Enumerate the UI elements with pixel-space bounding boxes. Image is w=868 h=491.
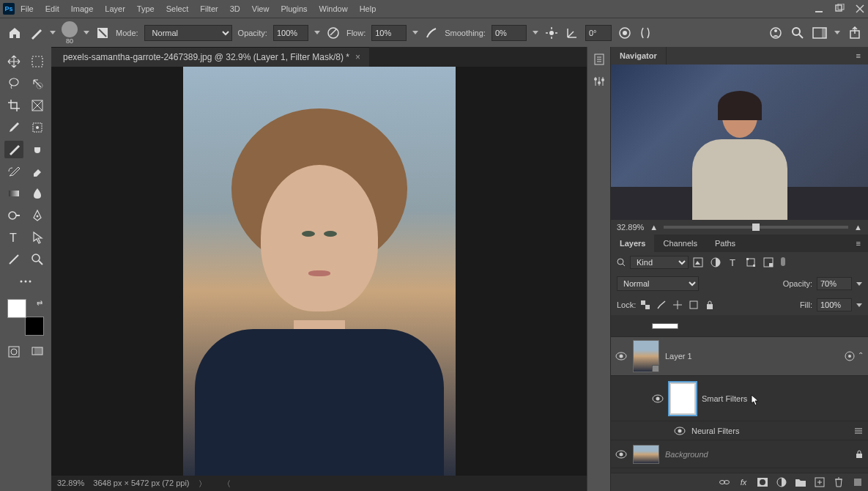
menu-view[interactable]: View — [252, 4, 270, 13]
layer-style-icon[interactable]: fx — [738, 476, 749, 488]
menu-3d[interactable]: 3D — [230, 4, 240, 13]
filter-smart-icon[interactable] — [763, 257, 774, 267]
layer-mask-icon[interactable] — [757, 476, 768, 488]
navigator-preview[interactable] — [611, 64, 868, 220]
workspace-button[interactable] — [812, 26, 827, 40]
maximize-icon[interactable] — [834, 4, 845, 14]
chevron-down-icon[interactable] — [314, 31, 320, 34]
frame-tool[interactable] — [28, 97, 47, 114]
blur-tool[interactable] — [28, 185, 47, 202]
lock-artboard-icon[interactable] — [689, 300, 699, 310]
filter-shape-icon[interactable] — [746, 257, 756, 267]
gradient-tool[interactable] — [4, 185, 23, 202]
color-swatches[interactable]: ⇄ — [7, 299, 44, 336]
lasso-tool[interactable] — [4, 75, 23, 92]
close-icon[interactable]: × — [355, 52, 360, 62]
zoom-tool[interactable] — [28, 251, 47, 268]
quick-select-tool[interactable] — [28, 75, 47, 92]
filter-adjustment-icon[interactable] — [711, 257, 721, 267]
lock-image-icon[interactable] — [656, 300, 667, 310]
visibility-eye-icon[interactable] — [674, 425, 686, 437]
chevron-down-icon[interactable] — [533, 31, 538, 34]
pressure-opacity-button[interactable] — [326, 26, 341, 40]
clone-stamp-tool[interactable] — [28, 141, 47, 158]
chevron-down-icon[interactable] — [856, 303, 862, 307]
pen-tool[interactable] — [28, 207, 47, 224]
tab-channels[interactable]: Channels — [654, 235, 705, 252]
zoom-slider[interactable] — [664, 226, 848, 229]
collapse-icon[interactable]: ⌃ — [858, 351, 864, 361]
chevron-down-icon[interactable] — [412, 31, 418, 34]
canvas-viewport[interactable] — [51, 67, 587, 476]
document-tab[interactable]: pexels-samantha-garrote-2467389.jpg @ 32… — [51, 47, 369, 67]
layer-row-smart-filters[interactable]: Smart Filters — [611, 376, 868, 421]
adjustment-layer-icon[interactable] — [776, 476, 787, 488]
menu-edit[interactable]: Edit — [45, 4, 59, 13]
panel-resize-icon[interactable] — [852, 476, 864, 488]
menu-type[interactable]: Type — [137, 4, 155, 13]
blend-mode-select[interactable]: Normal — [617, 276, 699, 291]
zoom-in-icon[interactable]: ▲ — [854, 223, 862, 232]
close-icon[interactable] — [855, 4, 865, 14]
move-tool[interactable] — [4, 53, 23, 70]
pressure-size-button[interactable] — [617, 26, 632, 40]
minimize-icon[interactable] — [814, 4, 824, 14]
menu-image[interactable]: Image — [71, 4, 94, 13]
share-button[interactable] — [847, 26, 862, 40]
filter-pixel-icon[interactable] — [693, 257, 703, 267]
opacity-input[interactable] — [273, 25, 308, 41]
layer-row-neural-filters[interactable]: Neural Filters — [611, 421, 868, 440]
filter-toggle[interactable] — [781, 257, 785, 266]
zoom-out-icon[interactable]: ▲ — [650, 223, 658, 232]
brush-tool[interactable] — [4, 141, 23, 158]
menu-layer[interactable]: Layer — [105, 4, 125, 13]
group-icon[interactable] — [795, 476, 806, 488]
marquee-tool[interactable] — [28, 53, 47, 70]
menu-help[interactable]: Help — [360, 4, 376, 13]
navigator-tab[interactable]: Navigator — [611, 47, 667, 64]
fill-input[interactable] — [817, 298, 852, 311]
background-color[interactable] — [25, 317, 44, 336]
brush-tool-indicator[interactable] — [29, 26, 44, 40]
panel-menu-icon[interactable]: ≡ — [849, 47, 868, 64]
home-button[interactable] — [6, 24, 23, 42]
quick-mask-tool[interactable] — [4, 343, 23, 361]
panel-menu-icon[interactable]: ≡ — [849, 235, 868, 252]
tab-layers[interactable]: Layers — [611, 235, 654, 252]
filter-type-icon[interactable]: T — [728, 257, 738, 267]
screen-mode-tool[interactable] — [28, 343, 47, 361]
layer-row-layer1[interactable]: Layer 1 ⌃ — [611, 337, 868, 376]
layer-row-background[interactable]: Background — [611, 440, 868, 468]
layer-mask-strip[interactable] — [611, 315, 868, 337]
tab-paths[interactable]: Paths — [706, 235, 744, 252]
visibility-eye-icon[interactable] — [615, 448, 627, 460]
filter-effects-icon[interactable] — [845, 351, 855, 361]
cloud-docs-button[interactable] — [768, 26, 783, 40]
type-tool[interactable]: T — [4, 229, 23, 246]
history-brush-tool[interactable] — [4, 163, 23, 180]
dodge-tool[interactable] — [4, 207, 23, 224]
link-layers-icon[interactable] — [719, 476, 730, 488]
path-select-tool[interactable] — [28, 229, 47, 246]
chevron-down-icon[interactable] — [50, 31, 56, 34]
line-tool[interactable] — [4, 251, 23, 268]
search-button[interactable] — [790, 26, 805, 40]
brush-preview[interactable]: 80 — [62, 21, 78, 45]
mode-select[interactable]: Normal — [144, 25, 232, 41]
menu-select[interactable]: Select — [166, 4, 189, 13]
patch-tool[interactable] — [28, 119, 47, 136]
menu-filter[interactable]: Filter — [200, 4, 218, 13]
smoothing-input[interactable] — [492, 25, 527, 41]
foreground-color[interactable] — [7, 299, 26, 318]
filter-blend-icon[interactable] — [853, 426, 864, 436]
more-tools[interactable] — [16, 273, 35, 290]
menu-file[interactable]: File — [21, 4, 34, 13]
lock-all-icon[interactable] — [705, 300, 715, 310]
symmetry-button[interactable] — [638, 26, 653, 40]
eraser-tool[interactable] — [28, 163, 47, 180]
chevron-down-icon[interactable] — [834, 31, 840, 34]
menu-plugins[interactable]: Plugins — [281, 4, 307, 13]
visibility-eye-icon[interactable] — [615, 350, 627, 362]
filter-kind-select[interactable]: Kind — [630, 256, 689, 269]
brush-settings-button[interactable] — [95, 26, 110, 40]
